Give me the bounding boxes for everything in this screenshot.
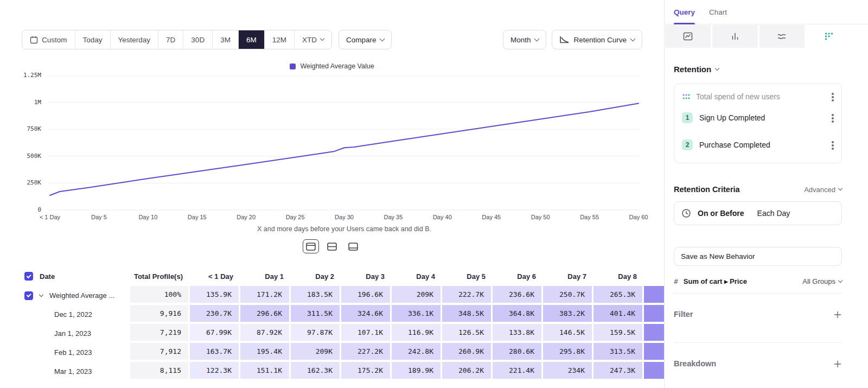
retention-chart-button[interactable]: [806, 25, 852, 48]
retention-value-cell[interactable]: 206.2K: [442, 362, 493, 381]
retention-criteria-row: Retention Criteria Advanced: [674, 185, 842, 194]
retention-value-cell[interactable]: 175.2K: [341, 362, 392, 381]
range-3m[interactable]: 3M: [213, 30, 239, 49]
measurement-property[interactable]: Sum of cart ▸ Price: [684, 277, 747, 285]
behavior-step-1[interactable]: 1 Sign Up Completed: [678, 104, 838, 131]
row-expand-chevron-icon[interactable]: [39, 292, 43, 296]
retention-value-cell[interactable]: 189.9K: [392, 362, 442, 381]
criteria-condition-box[interactable]: On or Before Each Day: [674, 201, 842, 225]
add-filter-button[interactable]: +: [833, 309, 842, 320]
retention-value-cell[interactable]: 324.6K: [341, 305, 392, 324]
retention-value-cell[interactable]: 183.5K: [291, 286, 341, 305]
retention-value-cell[interactable]: 236.6K: [493, 286, 543, 305]
kebab-menu-icon[interactable]: [832, 141, 834, 149]
retention-value-cell[interactable]: 296.6K: [240, 305, 291, 324]
view-toggle-stacked[interactable]: [324, 239, 340, 253]
retention-value-cell[interactable]: 159.5K: [593, 324, 644, 343]
chevron-down-icon: [715, 66, 719, 70]
retention-value-cell[interactable]: 133.8K: [493, 324, 543, 343]
criteria-condition-select[interactable]: On or Before: [698, 209, 744, 218]
kebab-menu-icon[interactable]: [832, 92, 834, 101]
retention-value-cell[interactable]: 196.6K: [341, 286, 392, 305]
column-header-day: Day 1: [240, 266, 291, 286]
retention-value-cell[interactable]: 227.2K: [341, 343, 392, 362]
range-7d[interactable]: 7D: [158, 30, 183, 49]
retention-value-cell[interactable]: 230.7K: [190, 305, 240, 324]
check-icon: [27, 273, 31, 278]
retention-value-cell[interactable]: 260.9K: [442, 343, 493, 362]
range-30d[interactable]: 30D: [183, 30, 213, 49]
filter-section: Filter +: [674, 294, 842, 335]
retention-value-cell[interactable]: 195.4K: [240, 343, 291, 362]
retention-value-cell[interactable]: 383.2K: [543, 305, 593, 324]
tab-chart-label: Chart: [709, 8, 727, 16]
range-yesterday[interactable]: Yesterday: [111, 30, 159, 49]
flows-chart-icon: [777, 32, 787, 41]
view-toggle-single[interactable]: [345, 239, 361, 253]
retention-value-cell[interactable]: 67.99K: [190, 324, 240, 343]
retention-value-cell[interactable]: 280.6K: [493, 343, 543, 362]
retention-value-cell[interactable]: 242.8K: [392, 343, 442, 362]
retention-value-cell[interactable]: 222.7K: [442, 286, 493, 305]
granularity-label: Month: [510, 36, 531, 44]
retention-line-chart[interactable]: X and more days before your Users came b…: [0, 71, 664, 235]
range-12m[interactable]: 12M: [265, 30, 295, 49]
retention-value-cell[interactable]: 163.7K: [190, 343, 240, 362]
retention-value-cell[interactable]: 348.5K: [442, 305, 493, 324]
retention-value-cell[interactable]: 171.2K: [240, 286, 291, 305]
retention-value-cell[interactable]: 151.1K: [240, 362, 291, 381]
chart-type-button[interactable]: Retention Curve: [552, 30, 642, 49]
retention-value-cell[interactable]: 311.5K: [291, 305, 341, 324]
retention-value-cell[interactable]: 97.87K: [291, 324, 341, 343]
retention-value-cell[interactable]: 336.1K: [392, 305, 442, 324]
retention-value-cell[interactable]: 265.3K: [593, 286, 644, 305]
save-as-new-behavior-button[interactable]: Save as New Behavior: [674, 247, 842, 266]
tab-chart[interactable]: Chart: [709, 0, 727, 24]
row-checkbox[interactable]: [24, 291, 33, 300]
bar-chart-button[interactable]: [712, 25, 758, 48]
retention-value-cell[interactable]: 401.4K: [593, 305, 644, 324]
retention-curve-icon: [559, 36, 569, 44]
retention-value-cell[interactable]: 221.4K: [493, 362, 543, 381]
retention-value-cell[interactable]: 313.5K: [593, 343, 644, 362]
retention-value-cell[interactable]: 116.9K: [392, 324, 442, 343]
select-all-checkbox[interactable]: [24, 272, 33, 281]
add-breakdown-button[interactable]: +: [833, 359, 842, 369]
flows-chart-button[interactable]: [760, 25, 805, 48]
insights-chart-button[interactable]: [665, 25, 711, 48]
compare-button[interactable]: Compare: [339, 30, 392, 49]
criteria-frequency-select[interactable]: Each Day: [757, 209, 790, 218]
retention-value-cell[interactable]: 146.5K: [543, 324, 593, 343]
retention-value-cell[interactable]: 247.3K: [593, 362, 644, 381]
range-xtd[interactable]: XTD: [295, 30, 331, 49]
granularity-button[interactable]: Month: [503, 30, 547, 49]
retention-value-cell[interactable]: 122.3K: [190, 362, 240, 381]
split-view-icon: [306, 243, 316, 251]
column-header-day: Day 7: [543, 266, 593, 286]
criteria-mode-dropdown[interactable]: Advanced: [804, 186, 842, 194]
retention-value-cell[interactable]: 250.7K: [543, 286, 593, 305]
retention-value-cell[interactable]: 126.5K: [442, 324, 493, 343]
range-6m[interactable]: 6M: [239, 30, 265, 49]
legend-label: Weighted Average Value: [300, 62, 374, 70]
retention-value-cell[interactable]: 364.8K: [493, 305, 543, 324]
retention-value-cell[interactable]: 209K: [291, 343, 341, 362]
retention-value-cell[interactable]: 209K: [392, 286, 442, 305]
retention-value-cell[interactable]: 107.1K: [341, 324, 392, 343]
retention-value-cell[interactable]: 162.3K: [291, 362, 341, 381]
table-row: Jan 1, 20237,21967.99K87.92K97.87K107.1K…: [0, 324, 664, 343]
range-label: XTD: [302, 36, 317, 44]
range-today[interactable]: Today: [75, 30, 111, 49]
behavior-title-row[interactable]: Total spend of new users: [678, 87, 838, 104]
retention-value-cell[interactable]: 87.92K: [240, 324, 291, 343]
report-type-selector[interactable]: Retention: [674, 65, 842, 74]
retention-value-cell[interactable]: 295.8K: [543, 343, 593, 362]
groups-dropdown[interactable]: All Groups: [802, 277, 842, 285]
retention-value-cell[interactable]: 135.9K: [190, 286, 240, 305]
behavior-step-2[interactable]: 2 Purchase Completed: [678, 131, 838, 158]
range-custom[interactable]: Custom: [22, 30, 75, 49]
kebab-menu-icon[interactable]: [832, 113, 834, 122]
retention-value-cell[interactable]: 234K: [543, 362, 593, 381]
view-toggle-split[interactable]: [303, 239, 319, 253]
tab-query[interactable]: Query: [674, 0, 695, 24]
